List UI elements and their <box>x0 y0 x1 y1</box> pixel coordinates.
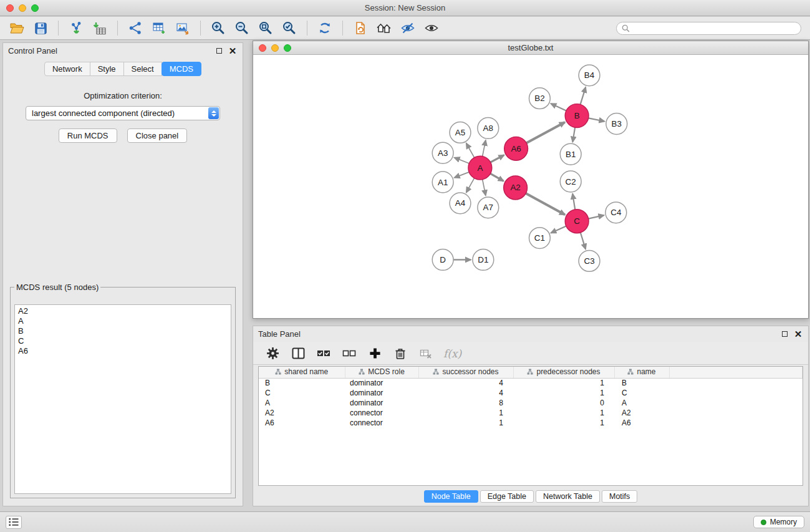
new-network-button[interactable] <box>125 19 146 37</box>
minimize-network-window-button[interactable] <box>271 44 279 52</box>
edge-C-C2[interactable] <box>572 194 575 210</box>
mcds-result-item[interactable]: A6 <box>18 346 228 356</box>
node-A4[interactable]: A4 <box>450 193 471 214</box>
edge-A6-B[interactable] <box>526 122 565 143</box>
function-builder-button[interactable]: f(x) <box>443 347 461 360</box>
split-panel-button[interactable] <box>290 346 306 362</box>
zoom-network-window-button[interactable] <box>284 44 291 52</box>
close-window-button[interactable] <box>6 4 14 12</box>
node-C2[interactable]: C2 <box>560 171 581 192</box>
search-input[interactable] <box>633 24 796 32</box>
table-row[interactable]: A2connector11A2 <box>259 408 803 418</box>
node-B[interactable]: B <box>565 104 589 128</box>
column-header-name[interactable]: name <box>614 367 669 378</box>
control-tab-network[interactable]: Network <box>44 62 90 76</box>
table-tab-motifs[interactable]: Motifs <box>602 490 637 503</box>
float-table-panel-button[interactable] <box>779 329 789 339</box>
deselect-all-button[interactable] <box>341 346 357 362</box>
edge-B-B3[interactable] <box>589 118 605 121</box>
node-B2[interactable]: B2 <box>529 88 551 109</box>
edge-A-A1[interactable] <box>455 172 469 178</box>
table-row[interactable]: Bdominator41B <box>259 378 803 388</box>
close-network-window-button[interactable] <box>259 44 266 52</box>
node-C1[interactable]: C1 <box>529 228 551 249</box>
mcds-result-item[interactable]: A <box>18 316 228 326</box>
table-row[interactable]: Cdominator41C <box>259 388 803 398</box>
zoom-fit-content-button[interactable] <box>255 19 276 37</box>
open-document-button[interactable] <box>350 19 371 37</box>
node-C4[interactable]: C4 <box>605 202 627 223</box>
column-header-shared-name[interactable]: shared name <box>259 367 345 378</box>
open-session-button[interactable] <box>6 19 27 37</box>
table-tab-edge-table[interactable]: Edge Table <box>480 490 534 503</box>
delete-table-button[interactable] <box>418 346 434 362</box>
node-B1[interactable]: B1 <box>560 143 581 165</box>
node-A3[interactable]: A3 <box>432 142 453 163</box>
zoom-window-button[interactable] <box>31 4 39 12</box>
zoom-in-button[interactable] <box>208 19 229 37</box>
node-A7[interactable]: A7 <box>478 197 499 218</box>
delete-columns-button[interactable] <box>392 346 408 362</box>
show-panel-list-button[interactable] <box>6 516 22 529</box>
edge-A-A4[interactable] <box>466 178 475 193</box>
import-table-from-file-button[interactable] <box>89 19 110 37</box>
mcds-result-item[interactable]: B <box>18 326 228 336</box>
edge-C-C3[interactable] <box>581 233 586 249</box>
column-header-MCDS-role[interactable]: MCDS role <box>345 367 418 378</box>
column-header-successor-nodes[interactable]: successor nodes <box>418 367 513 378</box>
mcds-result-item[interactable]: A2 <box>18 306 228 316</box>
node-A[interactable]: A <box>468 156 492 180</box>
network-canvas[interactable]: B4B2BB3A5A8A6B1A3AA1C2A2A4A7C4CC1C3DD1 <box>253 55 808 318</box>
edge-B-B4[interactable] <box>581 87 586 105</box>
export-image-button[interactable] <box>172 19 193 37</box>
new-network-table-button[interactable] <box>148 19 170 37</box>
table-row[interactable]: Adominator80A <box>259 398 803 408</box>
show-graphics-details-button[interactable] <box>421 19 442 37</box>
node-B4[interactable]: B4 <box>579 65 600 86</box>
table-row[interactable]: A6connector11A6 <box>259 418 803 428</box>
node-A2[interactable]: A2 <box>504 176 528 200</box>
edge-C-C4[interactable] <box>589 215 604 219</box>
edge-B-B1[interactable] <box>572 127 575 142</box>
node-B3[interactable]: B3 <box>606 114 627 135</box>
memory-button[interactable]: Memory <box>753 516 804 528</box>
optimization-criterion-dropdown[interactable]: largest connected component (directed) <box>26 106 220 120</box>
node-A6[interactable]: A6 <box>504 137 528 160</box>
edge-A-A7[interactable] <box>483 180 486 196</box>
run-mcds-button[interactable]: Run MCDS <box>59 128 117 143</box>
zoom-out-button[interactable] <box>231 19 253 37</box>
mcds-result-item[interactable]: C <box>18 336 228 346</box>
hide-graphics-details-button[interactable] <box>397 19 418 37</box>
node-A1[interactable]: A1 <box>432 172 453 193</box>
edge-A-A5[interactable] <box>466 143 475 158</box>
node-D1[interactable]: D1 <box>473 249 494 271</box>
table-tab-node-table[interactable]: Node Table <box>424 490 478 503</box>
edge-A2-C[interactable] <box>526 193 565 215</box>
close-panel-button[interactable]: ✕ <box>228 46 238 56</box>
close-table-panel-button[interactable]: ✕ <box>793 329 803 339</box>
edge-A-A8[interactable] <box>483 140 486 157</box>
save-session-button[interactable] <box>30 19 51 37</box>
control-tab-mcds[interactable]: MCDS <box>162 62 201 76</box>
edge-C-C1[interactable] <box>551 226 566 233</box>
float-panel-button[interactable] <box>214 46 224 56</box>
zoom-selected-button[interactable] <box>279 19 300 37</box>
select-all-button[interactable] <box>316 346 332 362</box>
home-pages-button[interactable] <box>374 19 395 37</box>
create-column-button[interactable] <box>367 346 383 362</box>
edge-B-B2[interactable] <box>551 104 566 110</box>
node-A8[interactable]: A8 <box>478 118 499 139</box>
import-network-from-file-button[interactable] <box>65 19 87 37</box>
close-panel-action-button[interactable]: Close panel <box>127 128 188 143</box>
control-tab-style[interactable]: Style <box>90 62 124 76</box>
edge-A-A3[interactable] <box>455 158 470 163</box>
edge-A-A6[interactable] <box>491 155 504 163</box>
minimize-window-button[interactable] <box>19 4 26 12</box>
refresh-layout-button[interactable] <box>314 19 335 37</box>
edge-A-A2[interactable] <box>490 173 503 181</box>
node-C3[interactable]: C3 <box>579 251 600 272</box>
node-D[interactable]: D <box>432 249 453 271</box>
table-settings-button[interactable] <box>264 346 281 362</box>
control-tab-select[interactable]: Select <box>123 62 162 76</box>
mcds-result-list[interactable]: A2ABCA6 <box>14 304 231 494</box>
